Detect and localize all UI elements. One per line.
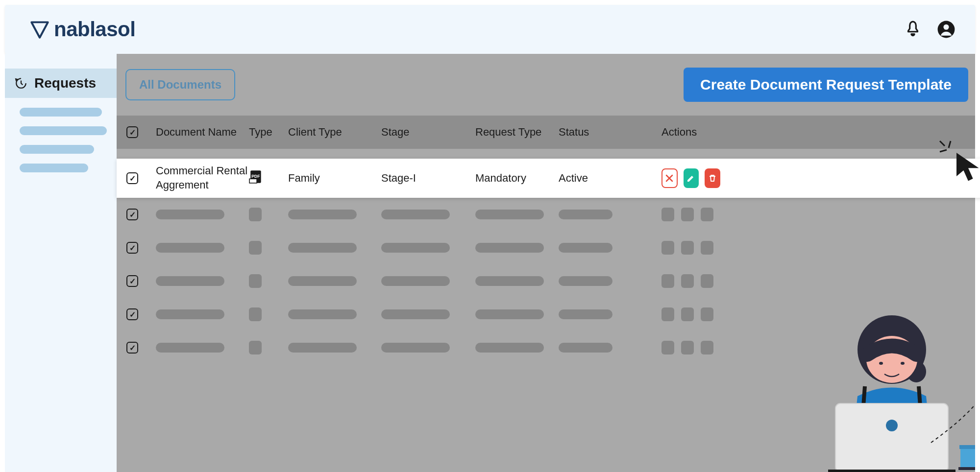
column-header-status: Status <box>559 126 662 139</box>
status-value: Active <box>559 172 662 185</box>
logo-text: nablasol <box>54 18 135 41</box>
account-avatar-icon[interactable] <box>937 20 956 39</box>
notification-bell-icon[interactable] <box>904 20 922 39</box>
header-actions <box>904 20 956 39</box>
sidebar-skeleton <box>20 108 102 117</box>
table-row-skeleton <box>117 231 975 264</box>
document-name: Commercial Rental Aggrement <box>156 164 249 192</box>
main-content: All Documents Create Document Request Te… <box>117 54 975 472</box>
column-header-client-type: Client Type <box>288 126 381 139</box>
close-icon <box>665 174 674 183</box>
table-row-skeleton <box>117 298 975 331</box>
table-row-skeleton <box>117 198 975 231</box>
column-header-stage: Stage <box>381 126 475 139</box>
create-document-request-template-button[interactable]: Create Document Request Template <box>684 68 968 102</box>
row-checkbox[interactable] <box>126 275 138 287</box>
toolbar: All Documents Create Document Request Te… <box>117 54 975 116</box>
sidebar-item-requests[interactable]: Requests <box>5 69 117 98</box>
sidebar: Requests <box>5 54 117 472</box>
sidebar-skeleton <box>20 164 88 172</box>
sidebar-skeleton <box>20 145 94 154</box>
edit-action-button[interactable] <box>684 168 699 188</box>
all-documents-filter-button[interactable]: All Documents <box>125 69 235 100</box>
svg-text:PDF: PDF <box>251 174 260 179</box>
nablasol-logo-icon <box>29 19 50 40</box>
svg-rect-18 <box>958 467 975 470</box>
close-action-button[interactable] <box>662 168 678 188</box>
svg-rect-16 <box>960 448 975 467</box>
row-checkbox[interactable] <box>126 172 138 184</box>
column-header-request-type: Request Type <box>475 126 559 139</box>
select-all-checkbox[interactable] <box>126 126 138 138</box>
row-checkbox[interactable] <box>126 308 138 320</box>
row-checkbox[interactable] <box>126 209 138 220</box>
svg-rect-4 <box>249 179 257 183</box>
table-row-skeleton <box>117 331 975 364</box>
column-header-name: Document Name <box>151 126 249 139</box>
column-header-actions: Actions <box>662 126 720 139</box>
row-checkbox[interactable] <box>126 342 138 354</box>
sidebar-item-label: Requests <box>34 75 96 91</box>
trash-icon <box>708 174 717 183</box>
table-header: Document Name Type Client Type Stage Req… <box>117 116 975 149</box>
client-type-value: Family <box>288 172 381 185</box>
svg-point-14 <box>886 420 898 431</box>
row-checkbox[interactable] <box>126 242 138 254</box>
sidebar-skeleton <box>20 126 107 135</box>
table-row-skeleton <box>117 264 975 298</box>
delete-action-button[interactable] <box>705 168 720 188</box>
app-header: nablasol <box>5 5 975 54</box>
history-icon <box>15 77 27 90</box>
stage-value: Stage-I <box>381 172 475 185</box>
svg-rect-15 <box>828 470 956 472</box>
logo: nablasol <box>29 18 135 41</box>
svg-rect-17 <box>959 445 975 449</box>
svg-rect-13 <box>835 403 948 472</box>
table-row[interactable]: Commercial Rental Aggrement PDF Family S… <box>117 159 980 198</box>
request-type-value: Mandatory <box>475 172 559 185</box>
column-header-type: Type <box>249 126 288 139</box>
svg-point-1 <box>943 24 949 30</box>
pdf-file-icon: PDF <box>249 169 264 184</box>
pencil-icon <box>686 173 696 183</box>
